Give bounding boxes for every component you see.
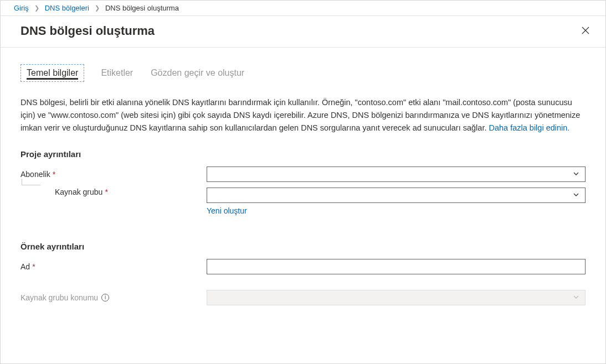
chevron-right-icon: ❯ [95, 4, 100, 12]
page-title: DNS bölgesi oluşturma [20, 24, 155, 38]
row-name: Ad * [20, 259, 586, 274]
content: Temel bilgiler Etiketler Gözden geçir ve… [1, 48, 605, 305]
tab-review[interactable]: Gözden geçir ve oluştur [150, 64, 245, 82]
section-instance-details: Örnek ayrıntıları [20, 242, 586, 251]
chevron-down-icon [573, 191, 579, 200]
breadcrumb-zones[interactable]: DNS bölgeleri [45, 4, 89, 12]
tab-tags[interactable]: Etiketler [100, 64, 134, 82]
tabs: Temel bilgiler Etiketler Gözden geçir ve… [20, 64, 586, 82]
row-rg-location: Kaynak grubu konumu i [20, 290, 586, 305]
close-button[interactable] [579, 24, 592, 38]
learn-more-link[interactable]: Daha fazla bilgi edinin. [489, 123, 569, 132]
required-marker: * [32, 262, 35, 271]
label-rg-location: Kaynak grubu konumu i [20, 293, 207, 302]
create-new-rg-link[interactable]: Yeni oluştur [207, 206, 247, 215]
chevron-down-icon [573, 170, 579, 179]
label-subscription-text: Abonelik [20, 170, 50, 179]
label-name-text: Ad [20, 262, 30, 271]
required-marker: * [53, 170, 55, 179]
required-marker: * [105, 188, 107, 196]
rg-location-select [207, 290, 586, 305]
section-project-details: Proje ayrıntıları [20, 149, 586, 159]
row-resource-group: Kaynak grubu * Yeni oluştur [20, 188, 586, 220]
tab-basics[interactable]: Temel bilgiler [20, 64, 84, 82]
info-icon[interactable]: i [101, 294, 109, 301]
label-resource-group: Kaynak grubu * [20, 188, 207, 196]
breadcrumb-current: DNS bölgesi oluşturma [105, 4, 179, 12]
label-resource-group-text: Kaynak grubu [55, 188, 102, 196]
label-rg-location-text: Kaynak grubu konumu [20, 293, 98, 302]
chevron-down-icon [573, 293, 579, 302]
breadcrumb: Giriş ❯ DNS bölgeleri ❯ DNS bölgesi oluş… [1, 1, 605, 16]
label-name: Ad * [20, 262, 207, 271]
row-subscription: Abonelik * [20, 167, 586, 182]
page-header: DNS bölgesi oluşturma [1, 16, 605, 47]
breadcrumb-home[interactable]: Giriş [14, 4, 29, 12]
subscription-select[interactable] [207, 167, 586, 182]
chevron-right-icon: ❯ [34, 4, 39, 12]
label-subscription: Abonelik * [20, 170, 207, 179]
resource-group-select[interactable] [207, 188, 586, 203]
close-icon [581, 26, 590, 37]
description-text: DNS bölgesi, belirli bir etki alanına yö… [20, 96, 586, 135]
name-input[interactable] [207, 259, 586, 274]
